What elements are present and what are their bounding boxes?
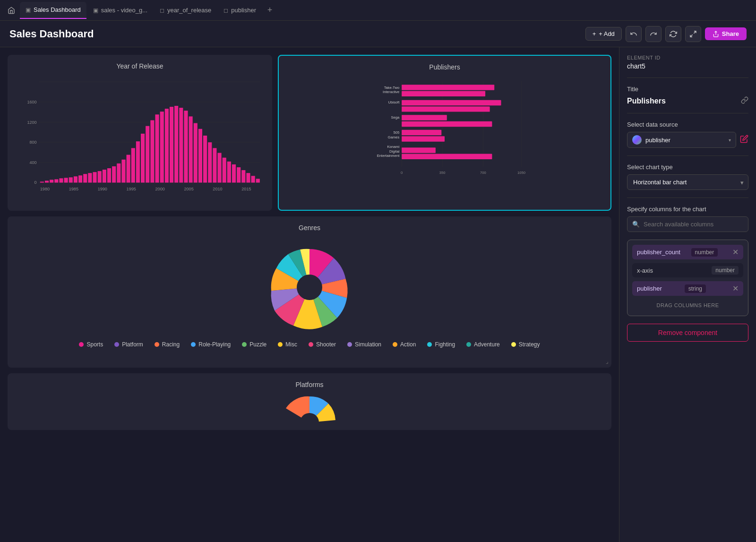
expand-button[interactable] <box>685 26 701 42</box>
svg-text:0: 0 <box>401 171 403 175</box>
chart-type-select[interactable]: Horizontal bar chart <box>627 174 748 190</box>
tab-sales-dashboard-icon: ▣ <box>26 7 31 13</box>
svg-point-95 <box>297 275 322 300</box>
svg-rect-90 <box>402 154 492 159</box>
legend-item-sports: Sports <box>79 341 103 348</box>
home-icon[interactable] <box>4 3 19 18</box>
genres-chart: Genres <box>8 216 611 368</box>
svg-rect-48 <box>203 136 207 183</box>
svg-text:1200: 1200 <box>27 120 36 125</box>
svg-rect-77 <box>402 100 501 105</box>
platforms-chart: Platforms <box>8 373 611 430</box>
svg-rect-29 <box>112 166 116 183</box>
svg-text:Konami: Konami <box>387 145 399 149</box>
datasource-section: Select data source publisher ▾ <box>627 121 748 148</box>
svg-rect-42 <box>174 106 178 182</box>
tab-sales-video-g[interactable]: ▣ sales - video_g... <box>87 2 153 19</box>
svg-rect-89 <box>402 147 436 153</box>
columns-label: Specify columns for the chart <box>627 206 748 213</box>
genres-pie-svg <box>267 245 352 330</box>
svg-text:Games: Games <box>388 135 400 139</box>
remove-component-button[interactable]: Remove component <box>627 324 748 342</box>
element-id-section: Element ID chart5 <box>627 55 748 70</box>
column-chip-publisher-count: publisher_count number ✕ <box>632 245 743 259</box>
share-button[interactable]: Share <box>705 27 747 40</box>
refresh-button[interactable] <box>665 26 681 42</box>
svg-rect-27 <box>103 170 106 182</box>
pie-chart <box>267 245 352 330</box>
title-input[interactable] <box>627 97 737 105</box>
datasource-row: publisher ▾ <box>627 132 748 148</box>
svg-text:400: 400 <box>29 160 36 165</box>
svg-text:0: 0 <box>34 181 37 185</box>
legend-item-strategy: Strategy <box>511 341 540 348</box>
publishers-chart: Publishers Take-Two Interactive <box>278 55 611 211</box>
svg-text:Digital: Digital <box>389 149 400 154</box>
dashboard: Year of Release 0 400 800 1 <box>0 47 619 542</box>
search-columns-input-wrapper: 🔍 <box>627 216 748 232</box>
column-chip-publisher: publisher string ✕ <box>632 281 743 296</box>
svg-rect-23 <box>83 174 87 182</box>
platforms-title: Platforms <box>15 381 604 388</box>
svg-rect-56 <box>241 170 245 182</box>
right-sidebar: Element ID chart5 Title Select data sour… <box>619 47 756 542</box>
tab-publisher[interactable]: ◻ publisher <box>218 2 262 19</box>
chip-close-publisher[interactable]: ✕ <box>732 284 739 293</box>
element-id-value: chart5 <box>627 62 748 70</box>
drag-hint: DRAG COLUMNS HERE <box>632 300 743 311</box>
tab-bar: ▣ Sales Dashboard ▣ sales - video_g... ◻… <box>0 0 756 21</box>
add-tab-button[interactable]: + <box>263 3 277 17</box>
title-section: Title <box>627 86 748 105</box>
legend-item-fighting: Fighting <box>427 341 455 348</box>
chip-close-publisher-count[interactable]: ✕ <box>732 248 739 257</box>
svg-text:1990: 1990 <box>98 187 107 191</box>
datasource-dropdown-arrow: ▾ <box>729 138 731 143</box>
publishers-chart-body: Take-Two Interactive Ubisoft Sega <box>286 77 603 182</box>
svg-rect-38 <box>155 114 159 182</box>
svg-rect-52 <box>223 158 226 183</box>
svg-text:2015: 2015 <box>241 187 251 191</box>
svg-text:Interactive: Interactive <box>383 90 399 94</box>
svg-rect-25 <box>93 172 96 182</box>
redo-button[interactable] <box>645 26 662 42</box>
column-chips-container: publisher_count number ✕ x-axis number p… <box>627 240 748 316</box>
undo-button[interactable] <box>626 26 642 42</box>
svg-rect-33 <box>131 148 135 182</box>
x-axis-label: x-axis <box>637 267 653 274</box>
datasource-edit-icon[interactable] <box>740 135 748 145</box>
add-button[interactable]: + + Add <box>585 27 622 41</box>
genres-legend: Sports Platform Racing Role-Playing <box>79 341 540 348</box>
add-plus-icon: + <box>593 30 596 37</box>
svg-text:Entertainment: Entertainment <box>377 154 400 158</box>
columns-section: Specify columns for the chart 🔍 <box>627 206 748 232</box>
svg-rect-15 <box>45 181 49 182</box>
datasource-select[interactable]: publisher ▾ <box>627 132 736 148</box>
platforms-chart-body <box>15 394 604 422</box>
genres-title: Genres <box>15 224 604 232</box>
genres-content: Sports Platform Racing Role-Playing <box>15 237 604 348</box>
search-columns-input[interactable] <box>644 221 743 228</box>
svg-rect-78 <box>402 106 490 112</box>
platforms-pie-partial <box>281 394 338 422</box>
svg-rect-59 <box>256 179 260 182</box>
tab-year-of-release[interactable]: ◻ year_of_release <box>154 2 217 19</box>
svg-rect-45 <box>189 116 193 182</box>
svg-rect-50 <box>213 148 216 182</box>
svg-line-1 <box>690 34 693 37</box>
svg-rect-81 <box>402 121 492 127</box>
chart-type-select-wrapper: Horizontal bar chart ▾ <box>627 174 748 190</box>
svg-rect-26 <box>98 171 102 182</box>
svg-rect-35 <box>141 134 145 183</box>
svg-rect-36 <box>146 126 149 183</box>
legend-item-misc: Misc <box>278 341 297 348</box>
tab-sales-dashboard[interactable]: ▣ Sales Dashboard <box>20 2 86 19</box>
legend-dot-platform <box>114 342 119 347</box>
datasource-label: Select data source <box>627 121 748 128</box>
legend-item-racing: Racing <box>155 341 180 348</box>
link-icon[interactable] <box>741 96 748 105</box>
resize-handle[interactable]: ⌟ <box>606 358 609 365</box>
legend-item-role-playing: Role-Playing <box>191 341 231 348</box>
svg-text:Sega: Sega <box>391 115 400 120</box>
svg-rect-74 <box>402 85 494 90</box>
svg-rect-55 <box>237 167 241 182</box>
